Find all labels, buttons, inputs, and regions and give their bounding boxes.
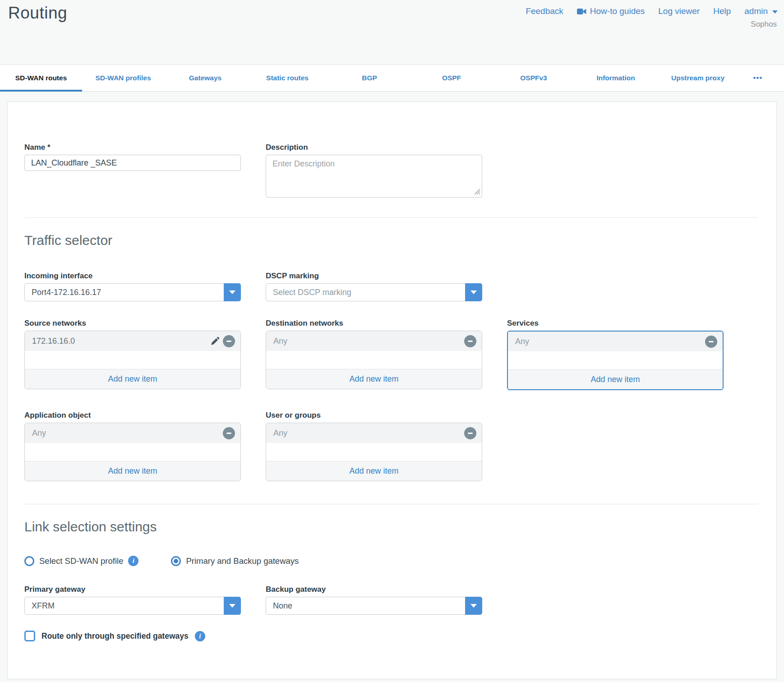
item-label: Any [32, 429, 223, 438]
radio-label: Select SD-WAN profile [39, 556, 123, 566]
add-new-item-button[interactable]: Add new item [25, 369, 240, 389]
chevron-down-icon[interactable] [224, 283, 241, 301]
radio-icon[interactable] [171, 556, 181, 566]
section-divider [24, 504, 758, 504]
user-menu[interactable]: admin [744, 6, 778, 16]
application-object-group: Application object Any Add new item [24, 410, 241, 481]
radio-primary-backup-gateways[interactable]: Primary and Backup gateways [171, 556, 299, 566]
tab-static-routes[interactable]: Static routes [246, 65, 328, 91]
radio-icon[interactable] [24, 556, 34, 566]
remove-icon[interactable] [464, 335, 476, 347]
log-viewer-link[interactable]: Log viewer [658, 6, 700, 16]
name-input[interactable] [24, 155, 241, 171]
tab-information[interactable]: Information [575, 65, 657, 91]
remove-icon[interactable] [705, 336, 717, 348]
video-camera-icon [577, 8, 586, 15]
source-networks-box: 172.16.16.0 Add new item [24, 331, 241, 389]
add-new-item-button[interactable]: Add new item [508, 369, 723, 389]
services-box: Any Add new item [507, 331, 724, 390]
primary-gateway-value: XFRM [25, 601, 55, 611]
radio-label: Primary and Backup gateways [186, 556, 299, 566]
remove-icon[interactable] [223, 335, 235, 347]
backup-gateway-select[interactable]: None [266, 597, 482, 615]
destination-networks-label: Destination networks [266, 318, 482, 328]
info-icon[interactable] [128, 556, 138, 566]
info-icon[interactable] [195, 631, 205, 641]
primary-gateway-select[interactable]: XFRM [24, 597, 241, 615]
list-item: Any [25, 423, 240, 443]
route-only-row: Route only through specified gateways [24, 631, 758, 641]
user-or-groups-box: Any Add new item [266, 423, 482, 481]
add-new-item-button[interactable]: Add new item [266, 461, 482, 481]
tab-bgp[interactable]: BGP [328, 65, 410, 91]
source-networks-label: Source networks [24, 318, 241, 328]
chevron-down-icon[interactable] [224, 597, 241, 615]
page-header: Routing Feedback How-to guides Log viewe… [0, 0, 784, 65]
remove-icon[interactable] [223, 427, 235, 439]
item-label: Any [515, 337, 705, 346]
listbox-empty-area [266, 351, 482, 369]
list-item: 172.16.16.0 [25, 331, 240, 351]
description-field-group: Description [266, 143, 482, 199]
list-item: Any [266, 331, 482, 351]
dscp-marking-placeholder: Select DSCP marking [266, 288, 351, 297]
routing-tabbar: SD-WAN routes SD-WAN profiles Gateways S… [0, 65, 784, 92]
brand-label: Sophos [751, 20, 777, 29]
howto-guides-link[interactable]: How-to guides [577, 6, 645, 16]
howto-guides-label: How-to guides [590, 6, 645, 16]
dscp-marking-select[interactable]: Select DSCP marking [266, 283, 482, 301]
item-label: 172.16.16.0 [32, 336, 211, 346]
add-new-item-button[interactable]: Add new item [25, 461, 240, 481]
sd-wan-route-form: Name * Description Traffic selector Inco… [7, 101, 777, 679]
link-selection-heading: Link selection settings [24, 517, 758, 537]
description-label: Description [266, 143, 482, 152]
tab-sd-wan-routes[interactable]: SD-WAN routes [0, 65, 82, 91]
application-object-label: Application object [24, 410, 241, 420]
user-or-groups-label: User or groups [266, 410, 482, 420]
more-tabs-button[interactable]: ••• [739, 65, 777, 91]
edit-icon[interactable] [211, 336, 220, 346]
source-networks-group: Source networks 172.16.16.0 Add new item [24, 318, 241, 389]
add-new-item-button[interactable]: Add new item [266, 369, 482, 389]
remove-icon[interactable] [464, 427, 476, 439]
primary-gateway-label: Primary gateway [24, 585, 241, 594]
listbox-empty-area [266, 443, 482, 461]
header-links: Feedback How-to guides Log viewer Help a… [526, 6, 778, 16]
route-only-label: Route only through specified gateways [42, 631, 189, 641]
section-divider [24, 217, 758, 218]
tab-sd-wan-profiles[interactable]: SD-WAN profiles [82, 65, 164, 91]
application-object-box: Any Add new item [24, 423, 241, 481]
chevron-down-icon[interactable] [465, 283, 482, 301]
caret-down-icon [772, 10, 778, 14]
incoming-interface-select[interactable]: Port4-172.16.16.17 [24, 283, 241, 301]
name-field-group: Name * [24, 143, 241, 171]
feedback-link[interactable]: Feedback [526, 6, 563, 16]
dscp-marking-label: DSCP marking [266, 271, 482, 281]
backup-gateway-value: None [266, 601, 292, 611]
chevron-down-icon[interactable] [465, 597, 482, 615]
incoming-interface-group: Incoming interface Port4-172.16.16.17 [24, 271, 241, 301]
primary-gateway-group: Primary gateway XFRM [24, 585, 241, 615]
name-label: Name * [24, 143, 241, 152]
description-textarea[interactable] [266, 155, 482, 198]
page-title: Routing [8, 4, 67, 23]
radio-select-sdwan-profile[interactable]: Select SD-WAN profile [24, 556, 138, 566]
route-only-checkbox[interactable] [24, 631, 35, 641]
list-item: Any [508, 332, 723, 351]
destination-networks-group: Destination networks Any Add new item [266, 318, 482, 389]
listbox-empty-area [25, 351, 240, 369]
tab-ospfv3[interactable]: OSPFv3 [493, 65, 575, 91]
services-group: Services Any Add new item [507, 318, 726, 390]
tab-ospf[interactable]: OSPF [410, 65, 493, 91]
tab-gateways[interactable]: Gateways [164, 65, 246, 91]
backup-gateway-label: Backup gateway [266, 585, 482, 594]
list-item: Any [266, 423, 482, 443]
dscp-marking-group: DSCP marking Select DSCP marking [266, 271, 482, 301]
link-selection-radios: Select SD-WAN profile Primary and Backup… [24, 556, 758, 566]
item-label: Any [273, 429, 464, 438]
listbox-empty-area [25, 443, 240, 461]
listbox-empty-area [508, 351, 723, 369]
user-or-groups-group: User or groups Any Add new item [266, 410, 482, 481]
tab-upstream-proxy[interactable]: Upstream proxy [657, 65, 739, 91]
help-link[interactable]: Help [713, 6, 731, 16]
